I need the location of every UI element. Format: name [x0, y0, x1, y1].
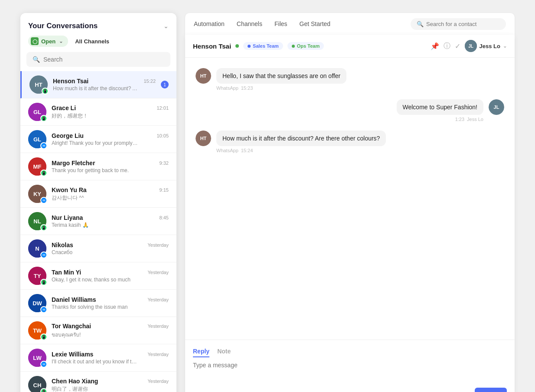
- list-item[interactable]: LW ✉ Lexie Williams Yesterday I'll check…: [20, 344, 176, 372]
- msg-time: 15:24: [241, 148, 253, 153]
- whatsapp-badge-icon: 📱: [40, 388, 47, 392]
- agent-name: Jess Lo: [480, 43, 500, 49]
- list-item[interactable]: TW 📱 Tor Wangchai Yesterday ขอบคุณครับ!: [20, 317, 176, 344]
- conv-name: Tan Min Yi: [52, 269, 81, 276]
- conv-preview: Thank you for getting back to me.: [52, 167, 138, 173]
- messenger-badge-icon: ✉: [40, 252, 47, 258]
- svg-text:JL: JL: [468, 44, 473, 49]
- chat-messages: HT Hello, I saw that the sunglasses are …: [185, 58, 515, 340]
- conv-content: Daniel Williams Yesterday Thanks for sol…: [52, 296, 169, 310]
- conv-preview: Terima kasih 🙏: [52, 222, 138, 228]
- filter-open-chevron-icon: ⌄: [59, 39, 63, 44]
- msg-channel: WhatsApp: [216, 148, 238, 153]
- svg-text:GL: GL: [33, 136, 41, 143]
- avatar-wrap: KY ✉: [28, 185, 46, 203]
- msg-bubble: How much is it after the discount? Are t…: [216, 131, 386, 153]
- conv-content: Margo Fletcher 9:32 Thank you for gettin…: [52, 160, 169, 173]
- app-container: Your Conversations ⌄ ◯ Open ⌄ All Channe…: [20, 13, 515, 392]
- list-item[interactable]: GL 📱 Grace Li 12:01 好的，感谢您！: [20, 98, 176, 126]
- send-button[interactable]: Send: [475, 388, 507, 392]
- whatsapp-badge-icon: 📱: [40, 115, 47, 122]
- msg-text: Welcome to Super Fashion!: [397, 99, 484, 115]
- conv-top: Kwon Yu Ra 9:15: [52, 186, 169, 193]
- list-item[interactable]: NL 📱 Nur Liyana 8:45 Terima kasih 🙏: [20, 208, 176, 235]
- reply-tab[interactable]: Reply: [193, 346, 209, 357]
- whatsapp-badge-icon: 📱: [40, 224, 47, 231]
- svg-text:N: N: [35, 245, 39, 252]
- info-icon[interactable]: ⓘ: [444, 42, 450, 51]
- conv-content: Henson Tsai 15:22 How much is it after t…: [53, 78, 156, 91]
- svg-text:DW: DW: [33, 300, 42, 307]
- search-input[interactable]: [43, 56, 164, 63]
- reply-tabs: ReplyNote: [193, 346, 507, 357]
- nav-item[interactable]: Channels: [237, 14, 262, 33]
- message-row: HT How much is it after the discount? Ar…: [196, 131, 504, 153]
- nav-item[interactable]: Automation: [194, 14, 225, 33]
- conv-time: Yesterday: [147, 270, 169, 275]
- pin-icon[interactable]: 📌: [431, 42, 439, 50]
- unread-badge: 1: [161, 81, 169, 88]
- conv-top: Nikolas Yesterday: [52, 242, 169, 248]
- list-item[interactable]: TY 📱 Tan Min Yi Yesterday Okay, I get it…: [20, 262, 176, 290]
- filter-channels[interactable]: All Channels: [75, 38, 109, 45]
- nav-item[interactable]: Get Started: [300, 14, 331, 33]
- messenger-badge-icon: ✉: [40, 142, 47, 149]
- whatsapp-badge-icon: 📱: [42, 88, 49, 95]
- conv-content: George Liu 10:05 Alright! Thank you for …: [52, 132, 169, 146]
- avatar-wrap: CH 📱: [28, 376, 46, 392]
- svg-text:GL: GL: [33, 109, 41, 115]
- avatar-wrap: HT 📱: [29, 75, 48, 94]
- reply-tab[interactable]: Note: [217, 346, 231, 357]
- panel-title: Your Conversations: [28, 22, 98, 30]
- nav-item[interactable]: Files: [274, 14, 287, 33]
- list-item[interactable]: MF 📱 Margo Fletcher 9:32 Thank you for g…: [20, 153, 176, 180]
- whatsapp-badge-icon: 📱: [40, 279, 47, 286]
- list-item[interactable]: CH 📱 Chen Hao Xiang Yesterday 明白了，谢谢你: [20, 372, 176, 392]
- conv-top: Grace Li 12:01: [52, 105, 169, 111]
- list-item[interactable]: DW ✉ Daniel Williams Yesterday Thanks fo…: [20, 290, 176, 317]
- conv-preview: ขอบคุณครับ!: [52, 330, 138, 339]
- list-item[interactable]: KY ✉ Kwon Yu Ra 9:15 감사합니다 ^^: [20, 180, 176, 208]
- svg-text:CH: CH: [33, 382, 42, 389]
- conv-content: Tan Min Yi Yesterday Okay, I get it now,…: [52, 269, 169, 283]
- nav-search-input[interactable]: [426, 21, 500, 27]
- conv-name: Margo Fletcher: [52, 160, 95, 167]
- conv-name: Nur Liyana: [52, 214, 83, 221]
- agent-info[interactable]: JL Jess Lo ⌄: [465, 40, 507, 52]
- message-row: JL Welcome to Super Fashion! 1:23Jess Lo: [196, 99, 504, 122]
- conv-top: Tor Wangchai Yesterday: [52, 323, 169, 330]
- conv-preview: I'll check it out and let you know if th…: [52, 359, 138, 365]
- list-item[interactable]: HT 📱 Henson Tsai 15:22 How much is it af…: [20, 71, 176, 98]
- reply-input[interactable]: [193, 362, 507, 383]
- conv-time: Yesterday: [147, 323, 169, 329]
- panel-chevron-icon[interactable]: ⌄: [163, 23, 169, 29]
- conv-time: 9:15: [160, 187, 169, 193]
- conv-top: George Liu 10:05: [52, 132, 169, 139]
- conv-preview: Okay, I get it now, thanks so much: [52, 277, 138, 283]
- ops-team-badge[interactable]: Ops Team: [287, 42, 324, 50]
- conv-time: Yesterday: [147, 352, 169, 357]
- conv-top: Henson Tsai 15:22: [53, 78, 156, 85]
- svg-text:NL: NL: [33, 218, 41, 225]
- avatar-wrap: GL 📱: [28, 103, 46, 121]
- nav-search[interactable]: 🔍: [411, 18, 506, 30]
- conv-content: Nikolas Yesterday Спасибо: [52, 242, 169, 255]
- search-bar[interactable]: 🔍: [26, 52, 170, 67]
- conv-time: 12:01: [157, 105, 169, 111]
- sales-team-dot: [248, 45, 251, 48]
- conv-time: Yesterday: [147, 242, 169, 248]
- messenger-badge-icon: ✉: [40, 306, 47, 313]
- filter-open-label: Open: [41, 38, 55, 45]
- list-item[interactable]: GL ✉ George Liu 10:05 Alright! Thank you…: [20, 126, 176, 153]
- agent-avatar: JL: [465, 40, 477, 52]
- conversation-list: HT 📱 Henson Tsai 15:22 How much is it af…: [20, 71, 176, 392]
- list-item[interactable]: N ✉ Nikolas Yesterday Спасибо: [20, 235, 176, 262]
- conv-name: Kwon Yu Ra: [52, 186, 87, 193]
- conv-name: Lexie Williams: [52, 351, 93, 358]
- conv-name: George Liu: [52, 132, 84, 139]
- svg-text:JL: JL: [494, 105, 499, 110]
- filter-open[interactable]: ◯ Open ⌄: [28, 36, 68, 47]
- check-icon[interactable]: ✓: [455, 42, 460, 50]
- conv-time: 8:45: [160, 215, 169, 220]
- sales-team-badge[interactable]: Sales Team: [243, 42, 283, 50]
